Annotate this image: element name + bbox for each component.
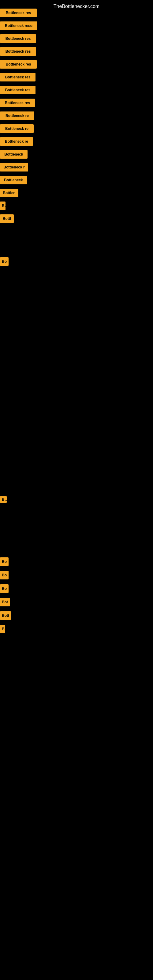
bottleneck-button-17[interactable]: Bo [0, 257, 9, 266]
bottleneck-button-0[interactable]: Bottleneck res [0, 9, 37, 17]
bottleneck-button-5[interactable]: Bottleneck res [0, 73, 35, 81]
bottleneck-button-1[interactable]: Bottleneck resu [0, 21, 37, 30]
bottleneck-button-6[interactable]: Bottleneck res [0, 86, 35, 94]
bottleneck-button-21[interactable]: Bo [0, 584, 9, 593]
bar-line-2 [0, 245, 0, 251]
bottleneck-button-13[interactable]: Bottleneck [0, 176, 27, 185]
bottleneck-button-15[interactable]: B [0, 202, 5, 210]
bottleneck-button-24[interactable]: B [0, 625, 5, 633]
bottleneck-button-22[interactable]: Bot [0, 598, 10, 606]
bottleneck-button-20[interactable]: Bo [0, 571, 9, 579]
bottleneck-button-16[interactable]: Bottl [0, 215, 14, 223]
bottleneck-button-8[interactable]: Bottleneck re [0, 111, 34, 120]
bottleneck-button-23[interactable]: Bott [0, 611, 11, 620]
bottleneck-button-18[interactable]: Bo [0, 496, 7, 503]
bottleneck-button-10[interactable]: Bottleneck re [0, 137, 33, 146]
bottleneck-button-2[interactable]: Bottleneck res [0, 34, 36, 43]
bottleneck-button-4[interactable]: Bottleneck res [0, 60, 37, 68]
bottleneck-button-11[interactable]: Bottleneck [0, 150, 27, 159]
bottleneck-button-19[interactable]: Bo [0, 557, 9, 566]
bottleneck-button-12[interactable]: Bottleneck r [0, 163, 28, 172]
bottleneck-button-9[interactable]: Bottleneck re [0, 124, 33, 133]
bottleneck-button-7[interactable]: Bottleneck res [0, 99, 35, 107]
bottleneck-button-3[interactable]: Bottleneck res [0, 47, 36, 56]
bottleneck-button-14[interactable]: Bottlen [0, 189, 18, 197]
bar-line-1 [0, 233, 0, 239]
